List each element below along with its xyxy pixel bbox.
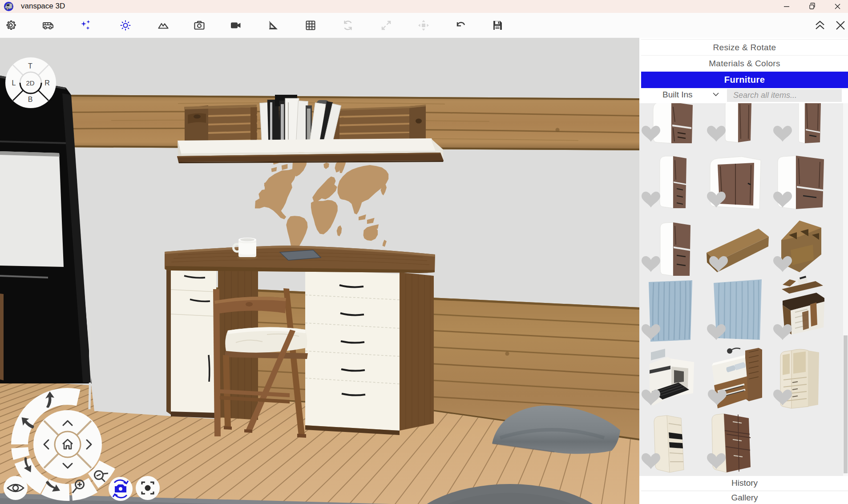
svg-text:2D: 2D	[26, 79, 34, 87]
svg-text:L: L	[12, 79, 16, 87]
svg-text:T: T	[28, 62, 32, 70]
svg-text:B: B	[28, 96, 33, 103]
svg-text:R: R	[44, 79, 50, 87]
